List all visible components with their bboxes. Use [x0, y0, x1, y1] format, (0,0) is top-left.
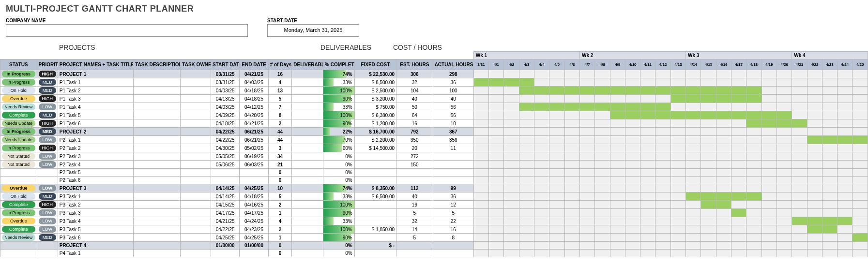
task-desc[interactable] — [134, 128, 181, 136]
day-header[interactable]: 4/21 — [792, 59, 807, 70]
gantt-cell[interactable] — [746, 128, 761, 136]
priority-pill[interactable]: LOW — [39, 161, 56, 168]
gantt-cell[interactable] — [746, 70, 761, 78]
task-desc[interactable] — [134, 184, 181, 192]
gantt-cell[interactable] — [625, 192, 640, 201]
gantt-cell[interactable] — [579, 111, 594, 119]
gantt-cell[interactable] — [564, 209, 579, 217]
gantt-cell[interactable] — [519, 242, 534, 250]
priority-pill[interactable]: LOW — [39, 185, 56, 192]
gantt-cell[interactable] — [822, 128, 837, 136]
gantt-cell[interactable] — [716, 87, 731, 95]
est-hours[interactable]: 16 — [396, 119, 433, 128]
gantt-cell[interactable] — [716, 144, 731, 152]
gantt-cell[interactable] — [504, 217, 519, 225]
gantt-cell[interactable] — [610, 184, 625, 192]
gantt-cell[interactable] — [640, 111, 655, 119]
actual-hours[interactable]: 36 — [433, 78, 473, 87]
pct-complete[interactable]: 33% — [323, 192, 354, 201]
col-header[interactable]: ACTUAL HOURS — [433, 59, 473, 70]
task-name[interactable]: P3 Task 5 — [58, 225, 134, 234]
priority-pill[interactable]: HIGH — [39, 71, 56, 77]
gantt-cell[interactable] — [746, 144, 761, 152]
task-name[interactable]: P1 Task 1 — [58, 78, 134, 87]
gantt-cell[interactable] — [761, 184, 777, 192]
gantt-cell[interactable] — [777, 70, 792, 78]
gantt-cell[interactable] — [564, 242, 579, 250]
gantt-cell[interactable] — [701, 184, 716, 192]
gantt-cell[interactable] — [807, 119, 822, 128]
gantt-cell[interactable] — [701, 119, 716, 128]
task-name[interactable]: P1 Task 6 — [58, 119, 134, 128]
gantt-cell[interactable] — [504, 177, 519, 184]
gantt-cell[interactable] — [534, 169, 549, 177]
priority-pill[interactable]: MED — [39, 234, 56, 241]
gantt-cell[interactable] — [822, 144, 837, 152]
start-date[interactable]: 04/14/25 — [211, 184, 239, 192]
actual-hours[interactable]: 5 — [433, 209, 473, 217]
col-header[interactable]: TASK OWNER — [181, 59, 211, 70]
gantt-cell[interactable] — [822, 103, 837, 111]
task-name[interactable]: P2 Task 4 — [58, 161, 134, 169]
actual-hours[interactable]: 36 — [433, 192, 473, 201]
task-desc[interactable] — [134, 209, 181, 217]
gantt-cell[interactable] — [564, 95, 579, 103]
fixed-cost[interactable] — [354, 169, 396, 177]
gantt-cell[interactable] — [853, 128, 868, 136]
gantt-cell[interactable] — [807, 169, 822, 177]
gantt-cell[interactable] — [579, 144, 594, 152]
fixed-cost[interactable]: $ 1,200.00 — [354, 119, 396, 128]
gantt-cell[interactable] — [504, 184, 519, 192]
gantt-cell[interactable] — [655, 184, 670, 192]
gantt-cell[interactable] — [701, 70, 716, 78]
priority-pill[interactable]: LOW — [39, 226, 56, 233]
fixed-cost[interactable] — [354, 177, 396, 184]
gantt-cell[interactable] — [777, 217, 792, 225]
gantt-cell[interactable] — [549, 242, 564, 250]
day-header[interactable]: 4/18 — [746, 59, 761, 70]
gantt-cell[interactable] — [822, 87, 837, 95]
task-row[interactable]: Needs ReviewMEDP3 Task 604/25/2504/25/25… — [0, 234, 868, 242]
status-pill[interactable]: Complete — [2, 112, 35, 118]
actual-hours[interactable]: 12 — [433, 201, 473, 209]
day-header[interactable]: 4/3 — [519, 59, 534, 70]
gantt-cell[interactable] — [595, 119, 610, 128]
gantt-cell[interactable] — [701, 242, 716, 250]
gantt-cell[interactable] — [807, 225, 822, 234]
task-name[interactable]: P2 Task 3 — [58, 152, 134, 161]
est-hours[interactable]: 16 — [396, 201, 433, 209]
actual-hours[interactable]: 56 — [433, 111, 473, 119]
gantt-cell[interactable] — [746, 225, 761, 234]
gantt-cell[interactable] — [489, 184, 504, 192]
gantt-cell[interactable] — [640, 70, 655, 78]
task-desc[interactable] — [134, 119, 181, 128]
gantt-cell[interactable] — [504, 209, 519, 217]
start-date[interactable]: 05/06/25 — [211, 161, 239, 169]
deliverable[interactable] — [292, 144, 323, 152]
gantt-cell[interactable] — [473, 70, 488, 78]
gantt-cell[interactable] — [686, 87, 701, 95]
end-date[interactable]: 04/23/25 — [240, 225, 268, 234]
task-owner[interactable] — [181, 234, 211, 242]
gantt-cell[interactable] — [610, 250, 625, 257]
gantt-cell[interactable] — [686, 152, 701, 161]
day-header[interactable]: 4/11 — [640, 59, 655, 70]
fixed-cost[interactable]: $ 6,380.00 — [354, 111, 396, 119]
gantt-cell[interactable] — [701, 103, 716, 111]
fixed-cost[interactable]: $ 750.00 — [354, 103, 396, 111]
gantt-cell[interactable] — [549, 184, 564, 192]
end-date[interactable]: 06/19/25 — [240, 152, 268, 161]
task-row[interactable]: In ProgressLOWP3 Task 304/17/2504/17/251… — [0, 209, 868, 217]
pct-complete[interactable]: 74% — [323, 70, 354, 78]
gantt-cell[interactable] — [670, 177, 685, 184]
gantt-cell[interactable] — [610, 161, 625, 169]
gantt-cell[interactable] — [504, 78, 519, 87]
end-date[interactable]: 04/16/25 — [240, 201, 268, 209]
gantt-cell[interactable] — [625, 152, 640, 161]
gantt-cell[interactable] — [853, 95, 868, 103]
gantt-cell[interactable] — [640, 201, 655, 209]
gantt-cell[interactable] — [579, 95, 594, 103]
gantt-cell[interactable] — [716, 128, 731, 136]
gantt-cell[interactable] — [822, 184, 837, 192]
gantt-cell[interactable] — [489, 95, 504, 103]
